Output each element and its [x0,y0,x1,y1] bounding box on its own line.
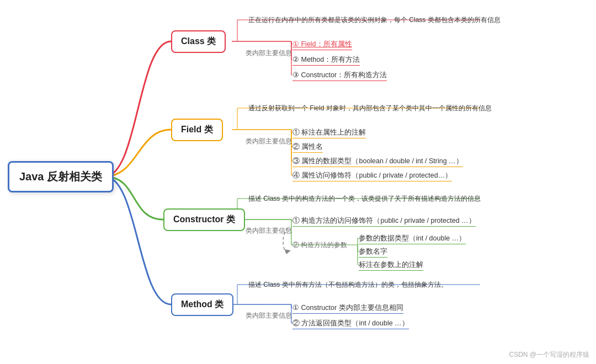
top-text-class: 正在运行在内存中的所有类都是该类的实例对象，每个 Class 类都包含本类的所有… [248,15,501,25]
internal-label-class: 类内部主要信息 [246,49,292,58]
item-constructor-1: 参数的数据类型（int / double …） [359,234,466,244]
top-text-method: 描述 Class 类中所有方法（不包括构造方法）的类，包括抽象方法。 [248,280,448,290]
item-constructor-3: 标注在参数上的注解 [359,260,423,271]
sub-branch-constructor: ② 构造方法的参数 [292,240,347,250]
item-class-2: ③ Constructor：所有构造方法 [292,71,387,81]
branch-label-method: Method 类 [171,293,233,316]
item-constructor-2: 参数名字 [359,247,387,258]
item-field-1: ② 属性名 [292,142,323,153]
main-node: Java 反射相关类 [17,160,105,193]
internal-label-constructor: 类内部主要信息 [246,226,292,235]
watermark: CSDN @一个写湿的程序猿 [509,350,589,360]
branch-node-method: Method 类 [171,293,233,316]
item-class-0: ① Field：所有属性 [292,40,352,50]
item-method-0: ① Constructor 类内部主要信息相同 [292,303,403,314]
top-text-field: 通过反射获取到一个 Field 对象时，其内部包含了某个类中其中一个属性的所有信… [248,104,492,113]
item-field-3: ④ 属性访问修饰符（public / private / protected…） [292,171,452,181]
branch-node-class: Class 类 [171,30,226,53]
branch-label-constructor: Constructor 类 [163,208,245,231]
branch-node-constructor: Constructor 类 [163,208,245,231]
item-field-2: ③ 属性的数据类型（boolean / double / int / Strin… [292,157,463,167]
branch-label-field: Field 类 [171,119,223,141]
top-text-constructor: 描述 Class 类中的构造方法的一个类，该类提供了关于所有描述构造方法的信息 [248,194,481,204]
item-constructor-0: ① 构造方法的访问修饰符（public / private / protecte… [292,216,476,227]
internal-label-method: 类内部主要信息 [246,311,292,320]
item-method-1: ② 方法返回值类型（int / double …） [292,319,409,329]
main-node-label: Java 反射相关类 [8,161,114,192]
mind-map-canvas: Java 反射相关类Class 类正在运行在内存中的所有类都是该类的实例对象，每… [0,0,596,364]
item-class-1: ② Method：所有方法 [292,55,360,66]
svg-marker-0 [284,249,291,254]
branch-label-class: Class 类 [171,30,226,53]
item-field-0: ① 标注在属性上的注解 [292,128,366,138]
branch-node-field: Field 类 [171,119,223,141]
internal-label-field: 类内部主要信息 [246,137,292,146]
